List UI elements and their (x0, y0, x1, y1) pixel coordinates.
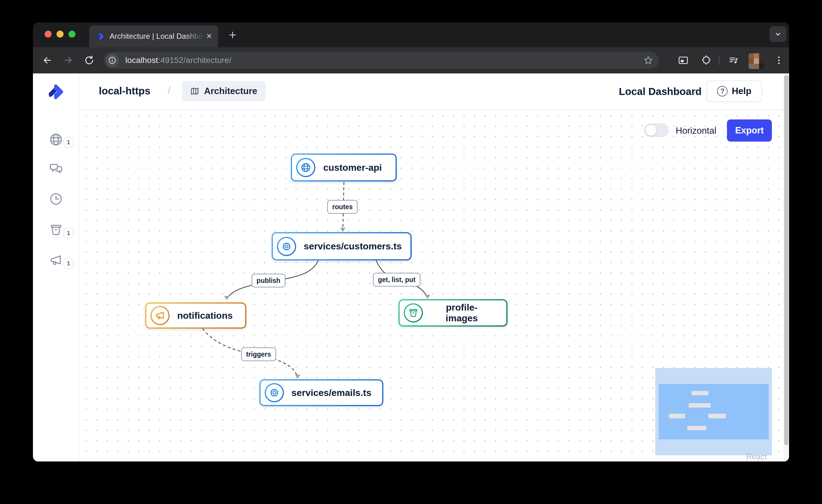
forward-icon[interactable] (63, 55, 74, 66)
screen: Architecture | Local Dashboar ✕ localhos… (0, 0, 822, 504)
arrowhead (425, 295, 430, 299)
minimap-node (692, 391, 708, 395)
site-info-icon[interactable] (105, 54, 119, 67)
scrollbar-thumb[interactable] (784, 75, 789, 445)
arrowhead (295, 375, 300, 379)
node-notifications[interactable]: notifications (145, 302, 246, 329)
browser-window: Architecture | Local Dashboar ✕ localhos… (33, 22, 789, 461)
help-circle-icon: ? (717, 86, 728, 96)
url-host: localhost (125, 56, 158, 65)
megaphone-badge: 1 (63, 258, 74, 269)
arrowhead (340, 228, 345, 232)
megaphone-icon (154, 310, 165, 321)
profile-avatar[interactable] (749, 53, 764, 69)
back-icon[interactable] (42, 55, 53, 66)
arrowhead (224, 296, 230, 300)
horizontal-toggle-label: Horizontal (676, 126, 717, 136)
tab-architecture[interactable]: Architecture (182, 81, 266, 101)
toolbar-separator (719, 55, 719, 65)
sidebar-item-clock[interactable] (49, 192, 63, 206)
url-text: localhost:49152/architecture/ (125, 56, 232, 65)
chip-icon (269, 387, 280, 398)
sidebar-item-globe[interactable] (49, 132, 63, 147)
edge-label-get-list-put: get, list, put (373, 273, 420, 287)
chevron-down-icon (774, 30, 782, 38)
bookmark-star-icon[interactable] (643, 55, 654, 66)
minimap-node (689, 403, 711, 408)
minimap-node (669, 414, 685, 418)
url-path: :49152/architecture/ (158, 56, 232, 65)
encore-logo[interactable] (47, 82, 66, 101)
browser-tab[interactable]: Architecture | Local Dashboar ✕ (89, 25, 218, 47)
toggle-knob (646, 125, 657, 136)
node-customer-api[interactable]: customer-api (291, 154, 397, 181)
node-services-emails[interactable]: services/emails.ts (260, 379, 383, 406)
address-bar[interactable]: localhost:49152/architecture/ (103, 52, 659, 69)
minimap-node (687, 426, 706, 430)
new-tab-button[interactable] (225, 28, 240, 42)
react-flow-attribution: React Flow (746, 452, 784, 461)
node-services-customers[interactable]: services/customers.ts (272, 232, 412, 260)
minimize-window-button[interactable] (57, 31, 63, 38)
help-button-label: Help (732, 86, 751, 96)
media-controls-icon[interactable] (728, 55, 739, 66)
page-title: Local Dashboard (619, 86, 702, 97)
bucket-icon (408, 307, 419, 318)
app-name: local-https (99, 85, 150, 97)
architecture-canvas[interactable]: customer-api services/customers.ts (79, 109, 784, 461)
node-label: services/customers.ts (304, 241, 409, 252)
minimap-node (708, 414, 726, 418)
node-profile-images[interactable]: profile-images (398, 299, 507, 327)
node-label: notifications (177, 310, 240, 321)
sidebar-item-megaphone[interactable] (49, 253, 63, 267)
browser-toolbar: localhost:49152/architecture/ (33, 47, 789, 73)
edge-label-publish: publish (252, 274, 285, 288)
edge-label-routes: routes (327, 200, 358, 214)
export-button[interactable]: Export (727, 119, 772, 142)
browser-menu-icon[interactable] (773, 55, 784, 66)
extensions-puzzle-icon[interactable] (701, 55, 712, 66)
tab-close-icon[interactable]: ✕ (206, 33, 212, 40)
close-window-button[interactable] (45, 31, 52, 38)
globe-badge: 1 (63, 136, 74, 148)
help-button[interactable]: ? Help (707, 80, 762, 102)
tab-search-button[interactable] (770, 26, 786, 42)
encore-favicon (96, 32, 105, 41)
node-label: services/emails.ts (292, 387, 378, 398)
reload-icon[interactable] (84, 55, 95, 66)
breadcrumb-separator: / (167, 84, 170, 97)
sidebar-item-chat[interactable] (49, 161, 63, 176)
picture-in-picture-icon[interactable] (678, 55, 689, 66)
tab-title: Architecture | Local Dashboar (110, 32, 206, 41)
globe-icon (300, 162, 311, 173)
flow-minimap[interactable] (655, 368, 772, 455)
zoom-window-button[interactable] (68, 31, 75, 38)
tab-strip: Architecture | Local Dashboar ✕ (33, 22, 789, 47)
edge-label-triggers: triggers (241, 348, 276, 361)
node-label: customer-api (323, 162, 389, 173)
chip-icon (281, 241, 292, 252)
sidebar-item-bucket[interactable] (49, 223, 63, 237)
tab-architecture-label: Architecture (204, 86, 258, 96)
minimap-viewport (659, 384, 769, 439)
dashboard-page: local-https / Architecture Local Dashboa… (33, 73, 789, 461)
bucket-badge: 1 (63, 227, 74, 239)
node-label: profile-images (431, 302, 500, 324)
map-icon (190, 87, 199, 96)
horizontal-toggle[interactable] (644, 124, 669, 137)
plus-icon (228, 30, 238, 40)
